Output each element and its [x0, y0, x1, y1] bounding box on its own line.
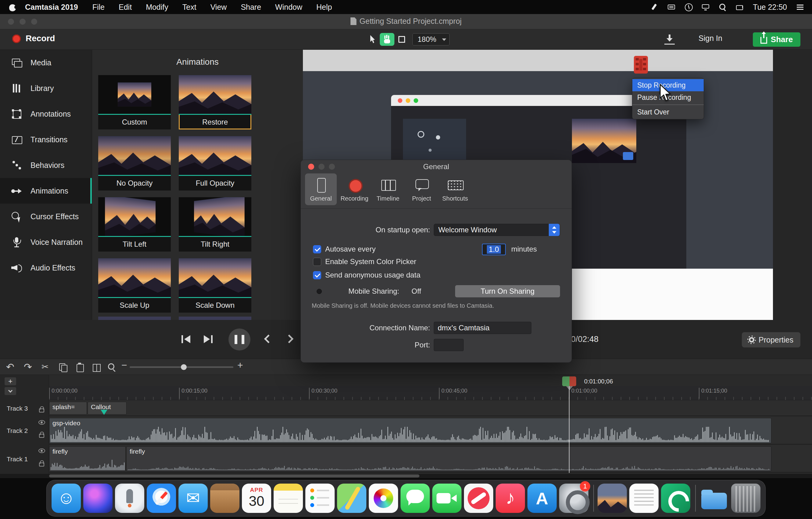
- timeline-horizontal-scrollbar[interactable]: [0, 474, 812, 478]
- previous-frame-button[interactable]: [181, 335, 190, 343]
- redo-button[interactable]: ↷: [24, 361, 32, 373]
- record-icon[interactable]: [12, 34, 21, 43]
- preferences-tab-recording[interactable]: Recording: [339, 173, 370, 205]
- sidebar-item-voice-narration[interactable]: Voice Narration: [0, 229, 92, 255]
- dock-icon-messages[interactable]: [401, 484, 430, 513]
- dock-icon-music[interactable]: [496, 484, 525, 513]
- clip-splash[interactable]: splash=: [49, 402, 87, 415]
- sidebar-item-media[interactable]: Media: [0, 50, 92, 75]
- sidebar-item-behaviors[interactable]: Behaviors: [0, 152, 92, 178]
- timeline-ruler[interactable]: 0:00:00;000:00:15;000:00:30;000:00:45;00…: [0, 386, 812, 400]
- sidebar-item-audio-effects[interactable]: Audio Effects: [0, 255, 92, 280]
- track1-lock-icon[interactable]: [39, 463, 44, 466]
- zoom-out-button[interactable]: −: [121, 360, 127, 371]
- sidebar-item-library[interactable]: Library: [0, 75, 92, 101]
- split-button[interactable]: [92, 363, 101, 372]
- recorder-filmstrip-icon[interactable]: [634, 56, 648, 74]
- clip-firefly-1[interactable]: firefly: [49, 446, 126, 471]
- zoom-level-select[interactable]: 180%: [412, 33, 450, 46]
- animation-preset-scale-up[interactable]: Scale Up: [98, 258, 171, 312]
- preferences-tab-shortcuts[interactable]: Shortcuts: [439, 173, 471, 205]
- animation-preset-scale-down[interactable]: Scale Down: [179, 258, 251, 312]
- animation-preset-tilt-right[interactable]: Tilt Right: [179, 197, 251, 251]
- add-track-button[interactable]: +: [5, 377, 16, 385]
- share-button[interactable]: Share: [753, 32, 801, 47]
- sidebar-item-transitions[interactable]: Transitions: [0, 127, 92, 152]
- selection-out-handle[interactable]: [570, 377, 576, 386]
- animation-preset-full-opacity[interactable]: Full Opacity: [179, 136, 251, 191]
- pause-button[interactable]: [229, 328, 251, 351]
- dock-icon-system-preferences[interactable]: 1: [559, 484, 588, 513]
- sidebar-item-annotations[interactable]: Annotations: [0, 101, 92, 127]
- notification-center-icon[interactable]: [796, 3, 804, 11]
- color-picker-checkbox[interactable]: [313, 258, 321, 266]
- dock-icon-contacts[interactable]: [210, 484, 239, 513]
- startup-select[interactable]: Welcome Window: [434, 224, 560, 236]
- callout-marker[interactable]: [101, 410, 107, 415]
- dock-icon-preview-window[interactable]: [598, 484, 627, 513]
- track1-visibility-icon[interactable]: [38, 448, 45, 453]
- sidebar-item-cursor-effects[interactable]: Cursor Effects: [0, 203, 92, 229]
- autosave-minutes-input[interactable]: 1.0: [482, 244, 506, 255]
- dock-icon-reminders[interactable]: [305, 484, 335, 513]
- cursor-tool-button[interactable]: [365, 33, 380, 46]
- paste-button[interactable]: [75, 363, 85, 372]
- selection-in-handle[interactable]: [562, 377, 570, 386]
- dock-icon-trash[interactable]: [731, 484, 760, 513]
- playhead-marker[interactable]: [566, 386, 573, 390]
- display-status-icon[interactable]: [702, 3, 709, 11]
- preferences-tab-timeline[interactable]: Timeline: [372, 173, 404, 205]
- cut-button[interactable]: ✂: [41, 361, 49, 373]
- dock-icon-facetime[interactable]: [432, 484, 462, 513]
- scrollbar-thumb[interactable]: [49, 474, 419, 477]
- preferences-tab-general[interactable]: General: [305, 173, 337, 205]
- timeline-zoom-slider[interactable]: [129, 366, 233, 368]
- dock-icon-downloads-folder[interactable]: [699, 484, 729, 513]
- collapse-tracks-button[interactable]: [5, 387, 16, 395]
- menu-item-text[interactable]: Text: [175, 3, 203, 11]
- dock-icon-calendar[interactable]: APR 30: [242, 484, 271, 513]
- apple-menu-icon[interactable]: [9, 3, 17, 11]
- pan-tool-button[interactable]: [380, 33, 395, 46]
- menu-item-edit[interactable]: Edit: [112, 3, 139, 11]
- animation-preset-restore[interactable]: Restore: [179, 75, 251, 130]
- turn-on-sharing-button[interactable]: Turn On Sharing: [455, 285, 560, 297]
- crop-tool-button[interactable]: [395, 33, 409, 46]
- dock-icon-maps[interactable]: [337, 484, 366, 513]
- menu-item-window[interactable]: Window: [268, 3, 309, 11]
- animation-preset-tilt-left[interactable]: Tilt Left: [98, 197, 171, 251]
- autosave-checkbox[interactable]: [313, 245, 321, 253]
- track2-lock-icon[interactable]: [39, 434, 44, 438]
- time-machine-status-icon[interactable]: [685, 3, 692, 11]
- dock-icon-camtasia[interactable]: [661, 484, 690, 513]
- preferences-tab-project[interactable]: Project: [406, 173, 437, 205]
- copy-button[interactable]: [59, 363, 68, 372]
- dock-icon-notes[interactable]: [273, 484, 303, 513]
- animation-preset-custom[interactable]: Custom: [98, 75, 171, 130]
- pen-status-icon[interactable]: [650, 3, 658, 11]
- port-input[interactable]: [434, 339, 464, 351]
- menu-item-start-over[interactable]: Start Over: [632, 106, 704, 118]
- battery-status-icon[interactable]: [736, 3, 744, 11]
- clip-firefly-2[interactable]: firefly: [126, 446, 772, 471]
- dock-icon-finder[interactable]: [52, 484, 81, 513]
- keyboard-status-icon[interactable]: [667, 3, 675, 11]
- menu-item-modify[interactable]: Modify: [139, 3, 175, 11]
- sidebar-item-animations[interactable]: Animations: [0, 178, 92, 203]
- connection-name-input[interactable]: dmx's Camtasia: [434, 322, 531, 334]
- menu-item-file[interactable]: File: [85, 3, 112, 11]
- record-button-label[interactable]: Record: [26, 34, 55, 43]
- track2-visibility-icon[interactable]: [38, 420, 45, 425]
- dock-icon-app-store[interactable]: [527, 484, 557, 513]
- dock-icon-launchpad[interactable]: [115, 484, 144, 513]
- clip-gsp-video[interactable]: gsp-video: [49, 418, 772, 443]
- usage-data-checkbox[interactable]: [313, 271, 321, 279]
- zoom-in-button[interactable]: +: [237, 360, 243, 371]
- jump-forward-button[interactable]: [286, 336, 295, 342]
- next-frame-button[interactable]: [204, 335, 212, 343]
- track3-lock-icon[interactable]: [39, 408, 44, 412]
- jump-back-button[interactable]: [263, 336, 271, 342]
- spotlight-search-icon[interactable]: [719, 3, 727, 11]
- menu-item-share[interactable]: Share: [234, 3, 268, 11]
- menu-item-view[interactable]: View: [203, 3, 234, 11]
